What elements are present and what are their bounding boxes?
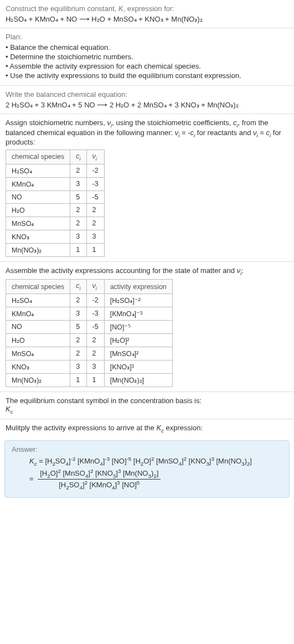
- col-v: νi: [86, 280, 104, 294]
- answer-line2: = [H2O]2 [MnSO4]2 [KNO3]3 [Mn(NO3)2] [H2…: [12, 467, 282, 492]
- table-row: H₂O22[H₂O]²: [6, 333, 173, 347]
- table-row: KMnO₄3-3[KMnO₄]⁻³: [6, 307, 173, 320]
- col-c: ci: [70, 280, 86, 294]
- plan-heading: Plan:: [6, 33, 288, 41]
- answer-label: Answer:: [12, 445, 282, 454]
- intro-prompt: Construct the equilibrium constant, K, e…: [6, 4, 288, 13]
- stoich-section: Assign stoichiometric numbers, νi, using…: [0, 114, 294, 261]
- activity-section: Assemble the activity expressions accoun…: [0, 262, 294, 391]
- table-row: H₂SO₄2-2[H₂SO₄]⁻²: [6, 293, 173, 307]
- activity-table: chemical species ci νi activity expressi…: [6, 279, 173, 387]
- col-c: ci: [70, 150, 86, 164]
- kc-symbol-line2: Kc: [6, 405, 288, 415]
- kc-symbol-section: The equilibrium constant symbol in the c…: [0, 392, 294, 419]
- plan-list: Balance the chemical equation. Determine…: [6, 43, 288, 80]
- table-row: H₂O22: [6, 203, 105, 217]
- intro-section: Construct the equilibrium constant, K, e…: [0, 0, 294, 28]
- table-row: MnSO₄22[MnSO₄]²: [6, 347, 173, 360]
- table-header-row: chemical species ci νi activity expressi…: [6, 280, 173, 294]
- table-row: Mn(NO₃)₂11: [6, 243, 105, 256]
- plan-section: Plan: Balance the chemical equation. Det…: [0, 28, 294, 85]
- plan-item: Use the activity expressions to build th…: [6, 71, 288, 80]
- table-row: H₂SO₄2-2: [6, 164, 105, 177]
- balanced-equation: 2 H₂SO₄ + 3 KMnO₄ + 5 NO ⟶ 2 H₂O + 2 MnS…: [6, 101, 288, 109]
- table-header-row: chemical species ci νi: [6, 150, 105, 164]
- table-row: KNO₃33: [6, 230, 105, 243]
- answer-line1: Kc = K𝒸 = [H₂SO₄]⁻² [KMnO₄]⁻³ [NO]⁻⁵ [H₂…: [12, 456, 282, 467]
- plan-item: Balance the chemical equation.: [6, 43, 288, 51]
- stoich-heading: Assign stoichiometric numbers, νi, using…: [6, 119, 288, 146]
- kc-symbol-line1: The equilibrium constant symbol in the c…: [6, 396, 288, 405]
- answer-box: Answer: Kc = K𝒸 = [H₂SO₄]⁻² [KMnO₄]⁻³ [N…: [4, 440, 290, 498]
- table-row: NO5-5: [6, 190, 105, 203]
- activity-heading: Assemble the activity expressions accoun…: [6, 266, 288, 276]
- fraction-numerator: [H2O]2 [MnSO4]2 [KNO3]3 [Mn(NO3)2]: [38, 468, 161, 480]
- table-row: KNO₃33[KNO₃]³: [6, 360, 173, 373]
- col-v: νi: [86, 150, 104, 164]
- answer-fraction: [H2O]2 [MnSO4]2 [KNO3]3 [Mn(NO3)2] [H2SO…: [38, 468, 161, 491]
- answer-eq-prefix: =: [29, 475, 35, 483]
- multiply-section: Mulitply the activity expressions to arr…: [0, 419, 294, 438]
- intro-equation: H₂SO₄ + KMnO₄ + NO ⟶ H₂O + MnSO₄ + KNO₃ …: [6, 15, 288, 23]
- multiply-heading: Mulitply the activity expressions to arr…: [6, 424, 288, 434]
- plan-item: Assemble the activity expression for eac…: [6, 62, 288, 70]
- table-row: NO5-5[NO]⁻⁵: [6, 320, 173, 333]
- balanced-heading: Write the balanced chemical equation:: [6, 90, 288, 99]
- col-species: chemical species: [6, 150, 70, 164]
- col-species: chemical species: [6, 280, 70, 294]
- table-row: Mn(NO₃)₂11[Mn(NO₃)₂]: [6, 373, 173, 387]
- stoich-table: chemical species ci νi H₂SO₄2-2 KMnO₄3-3…: [6, 150, 105, 257]
- col-expr: activity expression: [104, 280, 172, 294]
- fraction-denominator: [H2SO4]2 [KMnO4]3 [NO]5: [38, 480, 161, 491]
- table-row: MnSO₄22: [6, 217, 105, 230]
- plan-item: Determine the stoichiometric numbers.: [6, 53, 288, 61]
- table-row: KMnO₄3-3: [6, 177, 105, 190]
- balanced-section: Write the balanced chemical equation: 2 …: [0, 86, 294, 114]
